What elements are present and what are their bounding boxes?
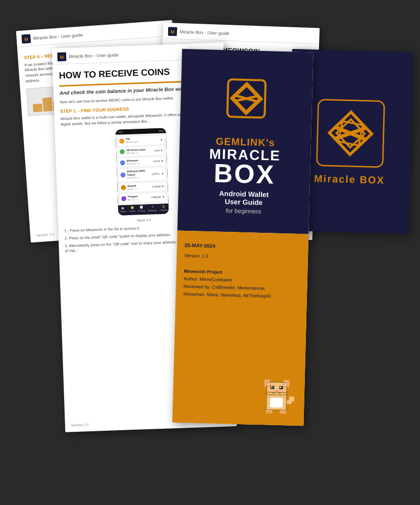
phone-time: TIN — [118, 130, 122, 134]
receive-version: Version 1.0 — [71, 423, 89, 427]
cover-logo-container — [216, 68, 278, 130]
eth-token-amount: 3 ETH.. ▼ — [152, 172, 164, 176]
eth-token-info: Ethereum (ERC Token) $758.44 +++ — [125, 169, 152, 180]
svg-rect-28 — [280, 412, 286, 414]
cover-beginners-text: for beginners — [207, 207, 279, 216]
pixel-cat-icon — [256, 374, 297, 416]
svg-rect-17 — [271, 386, 273, 388]
wallet-row-osc: Old Street chain $975.98 +++ 0 RV ▼ — [118, 145, 166, 157]
svg-text:M: M — [171, 29, 175, 34]
svg-rect-24 — [270, 397, 283, 408]
eth-token-icon — [121, 173, 126, 178]
receive-header-text: Miracle Box - User guide — [69, 53, 119, 59]
phone-nav-home: 🏠Home — [120, 207, 127, 214]
gambit-amount: 0 GLNK ▼ — [152, 184, 164, 188]
svg-rect-14 — [284, 381, 288, 386]
cover-date: 25-MAY-2024 — [184, 241, 300, 252]
chart-bar-2 — [42, 97, 52, 112]
eth-usd: $9758.44 +++ — [127, 162, 153, 166]
svg-text:M: M — [60, 55, 64, 60]
cover-title-area: GEMLINK's MIRACLE BOX Android Wallet Use… — [207, 135, 281, 215]
phone-nav-prices: 📈Prices — [138, 206, 145, 213]
cover-top-section: GEMLINK's MIRACLE BOX Android Wallet Use… — [177, 49, 313, 234]
cover-box-text: BOX — [208, 161, 281, 186]
eth-amount: 0 ETH ▼ — [153, 160, 164, 164]
wallet-row-tin: TIN $9793.coins ▼ — [117, 135, 165, 146]
transfer-logo-icon: M — [168, 27, 178, 36]
phone-nav-bar: 🏠Home 🪙Coins 📈Prices ⚙Settings 🚪Logout — [118, 204, 169, 215]
svg-rect-27 — [266, 411, 273, 414]
cover-version: Version: 1.0 — [184, 252, 300, 263]
receive-logo-icon: M — [57, 52, 67, 62]
front-cover: GEMLINK's MIRACLE BOX Android Wallet Use… — [172, 49, 313, 426]
wallet-row-polygon: Polygon $9.13 +++ 0 MEWC ▼ — [119, 192, 167, 204]
svg-text:M: M — [24, 37, 28, 42]
phone-nav-coins: 🪙Coins — [129, 206, 135, 213]
wallet-row-gambit: Gambit $3.92 +++ 0 GLNK ▼ — [119, 181, 167, 193]
transfer-header-text: Miracle Box - User guide — [180, 29, 230, 36]
cover-subtitle2-text: User Guide — [208, 197, 280, 207]
polygon-info: Polygon $9.13 +++ — [126, 194, 151, 201]
right-panel-logo-icon — [314, 97, 387, 170]
miracle-box-logo-icon — [218, 70, 275, 127]
svg-rect-18 — [280, 387, 281, 388]
eth-icon — [120, 160, 125, 165]
polygon-icon — [121, 196, 126, 201]
eth-token-usd: $758.44 +++ — [127, 176, 152, 180]
cover-meta-block: 25-MAY-2024 Version: 1.0 Meowcoin Projec… — [183, 241, 301, 301]
tin-icon — [119, 138, 124, 143]
cover-bottom-section: 25-MAY-2024 Version: 1.0 Meowcoin Projec… — [172, 231, 308, 426]
gambit-icon — [121, 185, 126, 190]
osc-usd: $975.98 +++ — [126, 151, 154, 155]
doc-logo-small-icon: M — [21, 34, 31, 43]
phone-mockup: TIN ●●● TIN $9793.coins ▼ — [116, 128, 169, 216]
chart-bar-1 — [33, 104, 42, 113]
right-panel-logo-text: Miracle BOX — [314, 173, 385, 186]
osc-amount: 0 RV ▼ — [154, 148, 164, 153]
tin-amount: ▼ — [160, 138, 163, 141]
phone-screen: TIN $9793.coins ▼ Old Street chain $975.… — [116, 133, 169, 206]
phone-nav-logout: 🚪Logout — [160, 205, 168, 213]
polygon-usd: $9.13 +++ — [128, 197, 151, 201]
eth-info: Ethereum $9758.44 +++ — [125, 158, 153, 166]
gambit-info: Gambit $3.92 +++ — [126, 183, 152, 191]
phone-nav-settings: ⚙Settings — [147, 206, 157, 213]
svg-rect-15 — [271, 386, 275, 389]
document-scene: M Miracle Box - User guide STEP 4 – REFR… — [13, 20, 407, 485]
osc-icon — [120, 149, 125, 155]
gambit-usd: $3.92 +++ — [128, 187, 152, 191]
wallet-row-eth-token: Ethereum (ERC Token) $758.44 +++ 3 ETH..… — [118, 167, 166, 182]
tin-usd: $9793.coins — [126, 140, 160, 144]
svg-rect-13 — [266, 381, 270, 386]
osc-info: Old Street chain $975.98 +++ — [125, 147, 154, 155]
doc-header-text: Miracle Box - User guide — [33, 32, 83, 41]
polygon-amount: 0 MEWC ▼ — [151, 195, 165, 199]
step4-version: Version 1.0 — [36, 232, 54, 237]
wallet-row-eth: Ethereum $9758.44 +++ 0 ETH ▼ — [118, 156, 166, 168]
svg-rect-30 — [289, 396, 294, 401]
tin-info: TIN $9793.coins — [124, 136, 160, 144]
phone-signal: ●●● — [159, 129, 163, 132]
